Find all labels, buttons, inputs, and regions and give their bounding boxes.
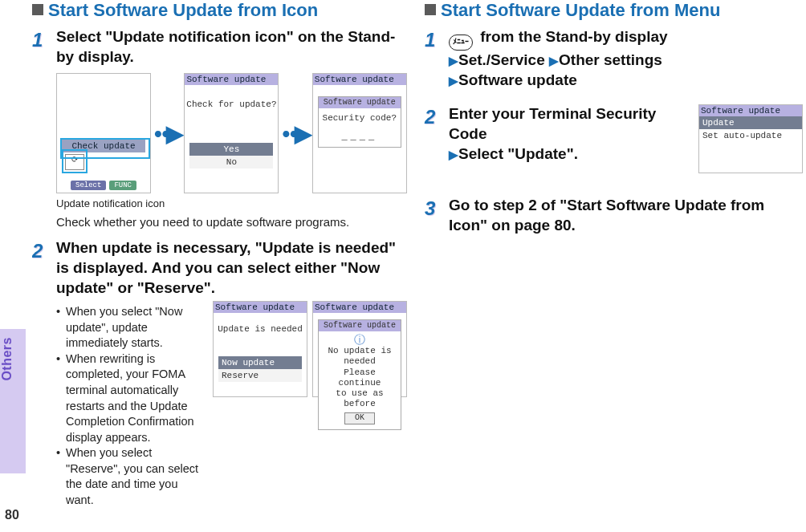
step-number: 1 xyxy=(425,27,449,51)
bullet-text: When you select "Reserve", you can selec… xyxy=(66,445,206,508)
flow-arrow-icon: • •▶ xyxy=(282,120,308,147)
step-body: Select "Update notification icon" on the… xyxy=(56,27,410,230)
phone-shot-standby: Check update ⟳ SelectFUNC xyxy=(56,73,151,193)
step-body: Go to step 2 of "Start Software Update f… xyxy=(449,196,803,235)
chevron-right-icon: ▶ xyxy=(449,74,458,87)
bullet-text: When rewriting is completed, your FOMA t… xyxy=(66,351,206,445)
menu-row-update: Update xyxy=(699,116,802,129)
callout-highlight-icon xyxy=(62,149,88,173)
step-body: ﾒﾆｭｰ from the Stand-by display ▶Set./Ser… xyxy=(449,27,803,90)
step-2-left: 2 When update is necessary, "Update is n… xyxy=(32,238,410,508)
softkey-func: FUNC xyxy=(109,181,136,190)
step-title-line2: ▶Select "Update". xyxy=(449,144,687,164)
step-title: Select "Update notification icon" on the… xyxy=(56,27,410,67)
heading-text: Start Software Update from Icon xyxy=(48,0,318,20)
step-title: Go to step 2 of "Start Software Update f… xyxy=(449,196,803,235)
caption-update-icon: Update notification icon xyxy=(56,197,410,211)
option-no: No xyxy=(189,156,273,169)
phone-titlebar: Software update xyxy=(699,105,802,116)
step-1-left: 1 Select "Update notification icon" on t… xyxy=(32,27,410,230)
msg-update-needed: Update is needed xyxy=(214,324,307,334)
manual-page: Others 80 Start Software Update from Ico… xyxy=(0,0,806,532)
step-body: Enter your Terminal Security Code ▶Selec… xyxy=(449,104,803,173)
bullet-list: •When you select "Now update", update im… xyxy=(56,304,206,508)
softkey-row: SelectFUNC xyxy=(57,177,150,190)
softkey-select: Select xyxy=(71,181,106,190)
chevron-right-icon: ▶ xyxy=(549,54,559,67)
code-blanks: ____ xyxy=(322,131,397,142)
phone-shot-security: Software update Software update Security… xyxy=(312,73,407,193)
heading-text: Start Software Update from Menu xyxy=(441,0,720,20)
step-number: 3 xyxy=(425,196,449,220)
square-bullet-icon xyxy=(32,4,43,15)
step-number: 1 xyxy=(32,27,56,51)
step-body: When update is necessary, "Update is nee… xyxy=(56,238,410,508)
side-tab-label: Others xyxy=(0,337,26,381)
inner-titlebar: Software update xyxy=(319,320,401,331)
phone-prompt: Check for update? xyxy=(185,99,278,109)
column-right: Start Software Update from Menu 1 ﾒﾆｭｰ f… xyxy=(425,0,803,532)
chevron-right-icon: ▶ xyxy=(449,148,458,161)
step-title: When update is necessary, "Update is nee… xyxy=(56,238,410,298)
step-number: 2 xyxy=(425,104,449,128)
path-other-settings: Other settings xyxy=(559,51,662,68)
option-reserve: Reserve xyxy=(218,369,302,382)
screenshot-flow-1: Check update ⟳ SelectFUNC • •▶ xyxy=(56,73,410,193)
step-title: ﾒﾆｭｰ from the Stand-by display ▶Set./Ser… xyxy=(449,27,803,90)
bullet-text: When you select "Now update", update imm… xyxy=(66,304,206,351)
phone-titlebar: Software update xyxy=(214,302,307,313)
select-update-text: Select "Update". xyxy=(458,145,578,162)
page-number: 80 xyxy=(5,508,19,522)
phone-titlebar: Software update xyxy=(185,74,278,85)
chevron-right-icon: ▶ xyxy=(449,54,458,67)
step-1-right: 1 ﾒﾆｭｰ from the Stand-by display ▶Set./S… xyxy=(425,27,803,90)
msg-line: needed xyxy=(322,356,397,367)
step-number: 2 xyxy=(32,238,56,262)
option-now-update: Now update xyxy=(218,356,302,369)
phone-shot-update-needed: Software update Update is needed Now upd… xyxy=(213,301,307,397)
line-text: from the Stand-by display xyxy=(476,28,668,45)
inner-titlebar: Software update xyxy=(319,97,401,108)
msg-line: No update is xyxy=(322,346,397,356)
phone-titlebar: Software update xyxy=(313,302,406,313)
step-3-right: 3 Go to step 2 of "Start Software Update… xyxy=(425,196,803,235)
info-icon: ⓘ xyxy=(322,335,397,346)
ok-button: OK xyxy=(344,412,375,424)
path-software-update: Software update xyxy=(458,71,577,88)
msg-line: to use as before xyxy=(322,388,397,409)
left-spine: Others 80 xyxy=(0,0,32,532)
heading-icon-update: Start Software Update from Icon xyxy=(32,0,410,21)
phone-shot-update-menu: Software update Update Set auto-update xyxy=(698,104,803,173)
phone-shot-no-update: Software update Software update ⓘ No upd… xyxy=(312,301,407,397)
flow-arrow-icon: • •▶ xyxy=(154,120,181,147)
phone-shot-check: Software update Check for update? Yes No xyxy=(184,73,279,193)
content-columns: Start Software Update from Icon 1 Select… xyxy=(32,0,806,532)
screenshot-flow-2: Software update Update is needed Now upd… xyxy=(213,301,410,508)
path-set-service: Set./Service xyxy=(458,51,545,68)
square-bullet-icon xyxy=(425,4,436,15)
step-2-right: 2 Enter your Terminal Security Code ▶Sel… xyxy=(425,104,803,173)
msg-line: Please continue xyxy=(322,368,397,388)
menu-key-icon: ﾒﾆｭｰ xyxy=(449,35,473,51)
phone-titlebar: Software update xyxy=(313,74,406,85)
step-title-line1: Enter your Terminal Security Code xyxy=(449,104,687,144)
option-yes: Yes xyxy=(189,143,273,156)
heading-menu-update: Start Software Update from Menu xyxy=(425,0,803,21)
column-left: Start Software Update from Icon 1 Select… xyxy=(32,0,410,532)
menu-row-auto: Set auto-update xyxy=(699,129,802,142)
security-prompt: Security code? xyxy=(322,113,397,124)
caption-check-update: Check whether you need to update softwar… xyxy=(56,214,410,230)
